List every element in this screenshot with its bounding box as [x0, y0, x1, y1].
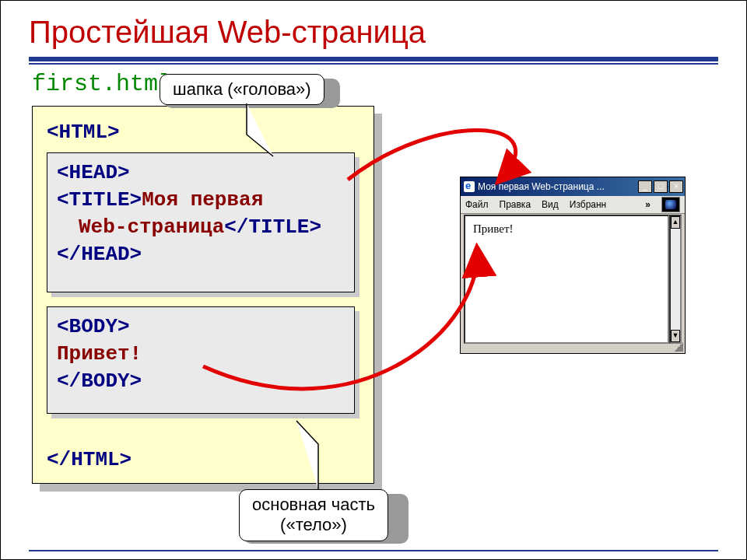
throbber-icon [661, 197, 680, 212]
bottom-rule [29, 550, 718, 551]
maximize-button[interactable]: □ [654, 180, 668, 193]
code-title-line2: Web-страница</TITLE> [57, 214, 345, 241]
code-title-line: <TITLE>Моя первая [57, 187, 345, 214]
code-html-close: </HTML> [47, 446, 359, 474]
browser-titlebar: Моя первая Web-страница ... _ □ × [461, 177, 685, 196]
page-body-text: Привет! [473, 222, 514, 235]
menu-favorites[interactable]: Избранн [570, 199, 606, 210]
callout-body: основная часть («тело») [239, 489, 388, 541]
close-button[interactable]: × [669, 180, 683, 193]
browser-menubar: Файл Правка Вид Избранн » [461, 196, 685, 214]
menu-edit[interactable]: Правка [500, 199, 531, 210]
code-head-close: </HEAD> [57, 241, 345, 268]
code-title-close: </TITLE> [224, 215, 321, 239]
ie-icon [464, 181, 475, 192]
code-box: <HTML> <HEAD> <TITLE>Моя первая Web-стра… [32, 106, 374, 484]
menu-view[interactable]: Вид [542, 199, 559, 210]
menu-more[interactable]: » [645, 199, 651, 210]
callout-head: шапка («голова») [160, 74, 324, 105]
code-head-open: <HEAD> [57, 159, 345, 187]
filename-label: first.html [32, 71, 172, 97]
callout-head-text: шапка («голова») [173, 79, 311, 99]
slide: Простейшая Web-страница first.html <HTML… [0, 0, 747, 560]
code-body-text: Привет! [57, 341, 345, 368]
code-title-text1: Моя первая [142, 188, 263, 212]
callout-body-text1: основная часть [252, 495, 375, 514]
menu-file[interactable]: Файл [465, 199, 489, 210]
code-body-close: </BODY> [57, 368, 345, 395]
code-title-text2: Web-страница [79, 215, 224, 239]
vertical-scrollbar[interactable]: ▲ ▼ [669, 215, 682, 344]
callout-body-text2: («тело») [280, 515, 347, 534]
slide-title: Простейшая Web-страница [29, 15, 426, 50]
scroll-up-button[interactable]: ▲ [671, 216, 680, 229]
minimize-button[interactable]: _ [638, 180, 652, 193]
code-title-open: <TITLE> [57, 188, 142, 212]
title-rule [29, 57, 718, 61]
scroll-down-button[interactable]: ▼ [671, 330, 680, 342]
browser-window: Моя первая Web-страница ... _ □ × Файл П… [460, 177, 686, 354]
browser-viewport: Привет! [464, 215, 669, 344]
code-body-open: <BODY> [57, 313, 345, 341]
browser-window-title: Моя первая Web-страница ... [478, 181, 605, 192]
resize-handle[interactable] [674, 342, 683, 352]
code-html-open: <HTML> [47, 119, 359, 146]
